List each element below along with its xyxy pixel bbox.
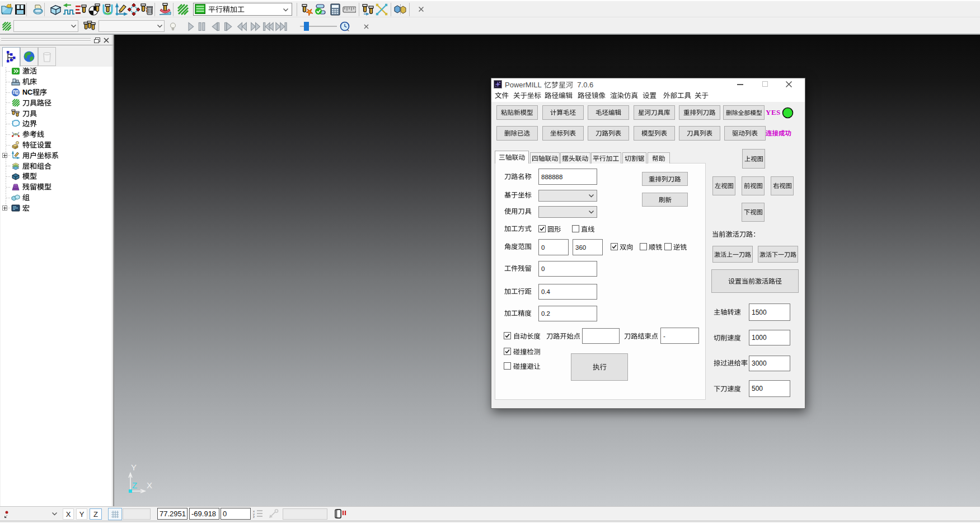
svg-text:Z: Z xyxy=(132,480,137,490)
svg-text:X: X xyxy=(147,480,152,490)
svg-text:Y: Y xyxy=(131,463,137,472)
svg-text:z: z xyxy=(253,515,255,519)
